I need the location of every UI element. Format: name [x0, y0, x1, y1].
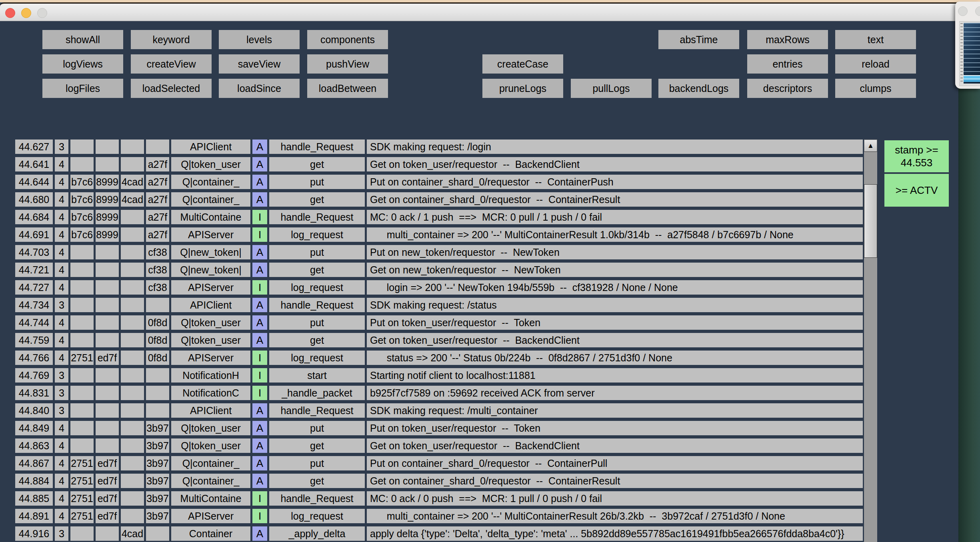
- background-mini-window[interactable]: [955, 2, 980, 89]
- reload-button[interactable]: reload: [835, 54, 916, 74]
- saveview-button[interactable]: saveView: [219, 54, 300, 74]
- showall-button[interactable]: showAll: [42, 30, 123, 49]
- log-row[interactable]: 44.641 4 a27f Q|token_user A get Get on …: [15, 157, 864, 171]
- log-row[interactable]: 44.766 4 2751 ed7f 0f8d APIServer I log_…: [15, 351, 864, 365]
- logfiles-button[interactable]: logFiles: [42, 79, 123, 98]
- cell-level: 4: [55, 175, 68, 189]
- entries-button[interactable]: entries: [747, 54, 828, 74]
- log-row[interactable]: 44.684 4 b7c6 8999 a27f MultiContaine I …: [15, 210, 864, 224]
- log-row[interactable]: 44.727 4 cf38 APIServer I log_request lo…: [15, 280, 864, 295]
- log-row[interactable]: 44.916 3 4cad Container A _apply_delta a…: [15, 526, 864, 541]
- cell-time: 44.863: [15, 438, 53, 453]
- cell-ctx4: [146, 526, 169, 541]
- window-titlebar[interactable]: [0, 2, 958, 21]
- cell-ctx3: 4cad: [121, 526, 144, 541]
- cell-ctx1: [70, 421, 94, 435]
- cell-component: Q|container_: [171, 192, 250, 207]
- stamp-filter-line2: 44.553: [901, 156, 933, 169]
- zoom-button[interactable]: [37, 8, 47, 18]
- actv-filter-button[interactable]: >= ACTV: [884, 174, 949, 207]
- log-row[interactable]: 44.769 3 NotificationH I start Starting …: [15, 368, 864, 383]
- log-row[interactable]: 44.680 4 b7c6 8999 4cad a27f Q|container…: [15, 192, 864, 207]
- cell-ctx1: 2751: [70, 474, 94, 488]
- scrollbar-thumb[interactable]: [864, 184, 877, 258]
- logviews-button[interactable]: logViews: [42, 54, 123, 74]
- keyword-button[interactable]: keyword: [131, 30, 212, 49]
- cell-message: Put on new_token/requestor -- NewToken: [367, 245, 863, 259]
- clumps-button[interactable]: clumps: [835, 79, 916, 98]
- pulllogs-button[interactable]: pullLogs: [571, 79, 652, 98]
- log-row[interactable]: 44.863 4 3b97 Q|token_user A get Get on …: [15, 438, 864, 453]
- stamp-filter-button[interactable]: stamp >= 44.553: [884, 140, 949, 172]
- cell-message: multi_container => 200 '--' MultiContain…: [367, 509, 863, 523]
- cell-message: SDK making request: /login: [367, 139, 863, 154]
- scroll-up-button[interactable]: ▲: [864, 139, 877, 152]
- backendlogs-button[interactable]: backendLogs: [658, 79, 739, 98]
- log-row[interactable]: 44.703 4 cf38 Q|new_token| A put Put on …: [15, 245, 864, 259]
- close-button[interactable]: [5, 8, 15, 18]
- cell-component: Q|token_user: [171, 333, 250, 347]
- mini-window-striped-list: [964, 23, 980, 84]
- cell-ctx2: 8999: [96, 227, 119, 242]
- cell-time: 44.734: [15, 298, 53, 312]
- scroll-up-arrow-icon: ▲: [867, 142, 874, 150]
- cell-message: Put on token_user/requestor -- Token: [367, 315, 863, 330]
- minimize-button[interactable]: [21, 8, 31, 18]
- cell-ctx4: a27f: [146, 157, 169, 171]
- log-row[interactable]: 44.734 3 APIClient A handle_Request SDK …: [15, 298, 864, 312]
- log-row[interactable]: 44.891 4 2751 ed7f 3b97 APIServer I log_…: [15, 509, 864, 523]
- createcase-button[interactable]: createCase: [482, 54, 563, 74]
- log-row[interactable]: 44.759 4 0f8d Q|token_user A get Get on …: [15, 333, 864, 347]
- log-row[interactable]: 44.867 4 2751 ed7f 3b97 Q|container_ A p…: [15, 456, 864, 470]
- cell-component: APIClient: [171, 139, 250, 154]
- vertical-scrollbar[interactable]: ▲: [864, 139, 877, 542]
- cell-ctx4: 3b97: [146, 491, 169, 506]
- pushview-button[interactable]: pushView: [307, 54, 388, 74]
- text-button[interactable]: text: [835, 30, 916, 49]
- log-row[interactable]: 44.644 4 b7c6 8999 4cad a27f Q|container…: [15, 175, 864, 189]
- cell-ctx4: a27f: [146, 227, 169, 242]
- loadsince-button[interactable]: loadSince: [219, 79, 300, 98]
- cell-level-marker: A: [252, 157, 267, 171]
- cell-level-marker: A: [252, 139, 267, 154]
- descriptors-button[interactable]: descriptors: [747, 79, 828, 98]
- levels-button[interactable]: levels: [219, 30, 300, 49]
- maxrows-button[interactable]: maxRows: [747, 30, 828, 49]
- cell-time: 44.680: [15, 192, 53, 207]
- cell-ctx3: [121, 351, 144, 365]
- log-row[interactable]: 44.721 4 cf38 Q|new_token| A get Get on …: [15, 263, 864, 277]
- cell-message: Put on container_shard_0/requestor -- Co…: [367, 456, 863, 470]
- cell-time: 44.867: [15, 456, 53, 470]
- loadbetween-button[interactable]: loadBetween: [307, 79, 388, 98]
- abstime-button[interactable]: absTime: [658, 30, 739, 49]
- log-row[interactable]: 44.885 4 2751 ed7f 3b97 MultiContaine I …: [15, 491, 864, 506]
- log-row[interactable]: 44.840 3 APIClient A handle_Request SDK …: [15, 403, 864, 418]
- mini-window-content: [959, 21, 980, 86]
- prunelogs-button[interactable]: pruneLogs: [482, 79, 563, 98]
- cell-function: handle_Request: [269, 298, 365, 312]
- loadselected-button[interactable]: loadSelected: [131, 79, 212, 98]
- createview-button[interactable]: createView: [131, 54, 212, 74]
- cell-ctx3: [121, 157, 144, 171]
- cell-level: 4: [55, 210, 68, 224]
- cell-message: Get on token_user/requestor -- BackendCl…: [367, 438, 863, 453]
- mini-window-selected-row: [964, 75, 980, 82]
- cell-function: put: [269, 245, 365, 259]
- cell-level-marker: A: [252, 245, 267, 259]
- cell-ctx1: [70, 368, 94, 383]
- cell-ctx1: 2751: [70, 456, 94, 470]
- cell-ctx1: [70, 280, 94, 295]
- components-button[interactable]: components: [307, 30, 388, 49]
- cell-ctx2: [96, 368, 119, 383]
- log-row[interactable]: 44.831 3 NotificationC I _handle_packet …: [15, 386, 864, 400]
- cell-ctx4: cf38: [146, 245, 169, 259]
- cell-ctx3: [121, 280, 144, 295]
- log-row[interactable]: 44.849 4 3b97 Q|token_user A put Put on …: [15, 421, 864, 435]
- log-row[interactable]: 44.884 4 2751 ed7f 3b97 Q|container_ A g…: [15, 474, 864, 488]
- cell-component: Q|new_token|: [171, 245, 250, 259]
- cell-ctx4: [146, 386, 169, 400]
- log-row[interactable]: 44.691 4 b7c6 8999 a27f APIServer I log_…: [15, 227, 864, 242]
- log-row[interactable]: 44.627 3 APIClient A handle_Request SDK …: [15, 139, 864, 154]
- log-row[interactable]: 44.744 4 0f8d Q|token_user A put Put on …: [15, 315, 864, 330]
- cell-message: Starting notif client to localhost:11881: [367, 368, 863, 383]
